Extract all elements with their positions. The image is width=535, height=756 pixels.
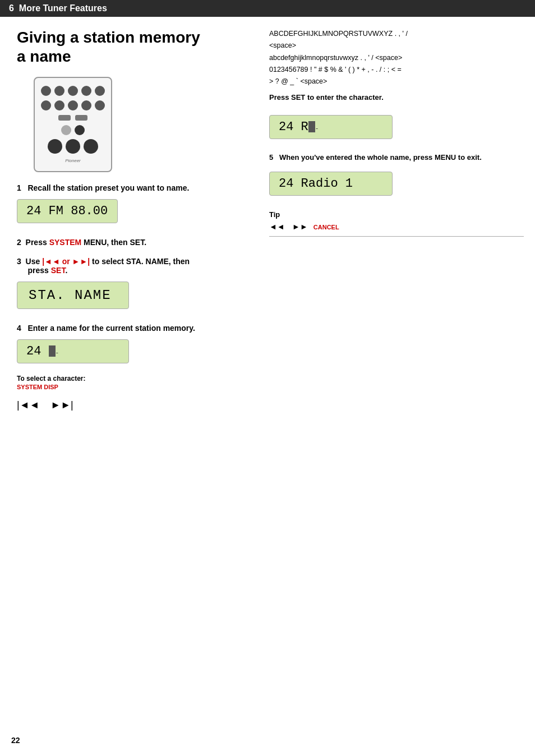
step4-display-right: 24 R- (269, 115, 393, 139)
step-3: 3 Use |◄◄ or ►►| to select STA. NAME, th… (17, 257, 241, 314)
press-set-label: Press SET to enter the character. (269, 93, 524, 102)
pioneer-logo: Pioneer (65, 158, 81, 163)
cancel-label: CANCEL (313, 224, 339, 231)
remote-btn-2 (54, 86, 64, 96)
step-5: 5 When you've entered the whole name, pr… (269, 153, 524, 200)
tip-section: Tip ◄◄ ►► CANCEL (269, 210, 524, 237)
remote-lower-row (61, 125, 85, 135)
remote-btn-10 (95, 100, 105, 110)
select-char-section: To select a character: SYSTEM DISP (17, 375, 241, 390)
remote-btn-7 (54, 100, 64, 110)
section-title: More Tuner Features (19, 3, 107, 13)
section-header: 6 More Tuner Features (0, 0, 535, 17)
sta-name-display: STA. NAME (17, 282, 129, 309)
remote-btn-9 (81, 100, 91, 110)
remote-minus-btn (58, 115, 71, 121)
system-disp-label: SYSTEM DISP (17, 384, 241, 390)
remote-btn-3 (68, 86, 78, 96)
remote-btn-6 (41, 100, 51, 110)
step4-display-left: 24 - (17, 339, 129, 363)
remote-arrow-row (58, 115, 87, 121)
right-column: ABCDEFGHIJKLMNOPQRSTUVWXYZ . , ' / <spac… (258, 17, 535, 432)
remote-top-buttons (41, 86, 105, 96)
tip-arrow-back: ◄◄ (269, 222, 285, 231)
page-title: Giving a station memory a name (17, 28, 241, 66)
nav-arrows-row: |◄◄ ►►| (17, 399, 241, 411)
remote-btn-11 (61, 125, 71, 135)
remote-btn-4 (81, 86, 91, 96)
cursor-right (308, 121, 315, 132)
remote-big-btn-3 (84, 139, 98, 154)
remote-btn-12 (75, 125, 85, 135)
remote-btn-1 (41, 86, 51, 96)
remote-mid-row1 (41, 100, 105, 110)
step5-display: 24 Radio 1 (269, 172, 393, 196)
step-1: 1 Recall the station preset you want to … (17, 183, 241, 228)
remote-big-btn-2 (66, 139, 80, 154)
remote-control-image: Pioneer (34, 77, 112, 172)
remote-big-btn-1 (48, 139, 62, 154)
remote-btn-8 (68, 100, 78, 110)
left-column: Giving a station memory a name (0, 17, 258, 432)
section-number: 6 (9, 3, 14, 13)
page-number: 22 (11, 736, 20, 745)
step-2: 2 Press SYSTEM MENU, then SET. (17, 238, 241, 247)
step-4: 4 Enter a name for the current station m… (17, 324, 241, 411)
character-table: ABCDEFGHIJKLMNOPQRSTUVWXYZ . , ' / <spac… (269, 28, 524, 87)
remote-plus-btn (75, 115, 87, 121)
step1-display: 24 FM 88.00 (17, 199, 118, 223)
remote-btn-5 (95, 86, 105, 96)
tip-arrow-fwd: ►► (292, 222, 308, 231)
remote-big-btn-row (48, 139, 98, 154)
tip-divider (269, 236, 524, 237)
cursor-indicator (49, 345, 56, 357)
